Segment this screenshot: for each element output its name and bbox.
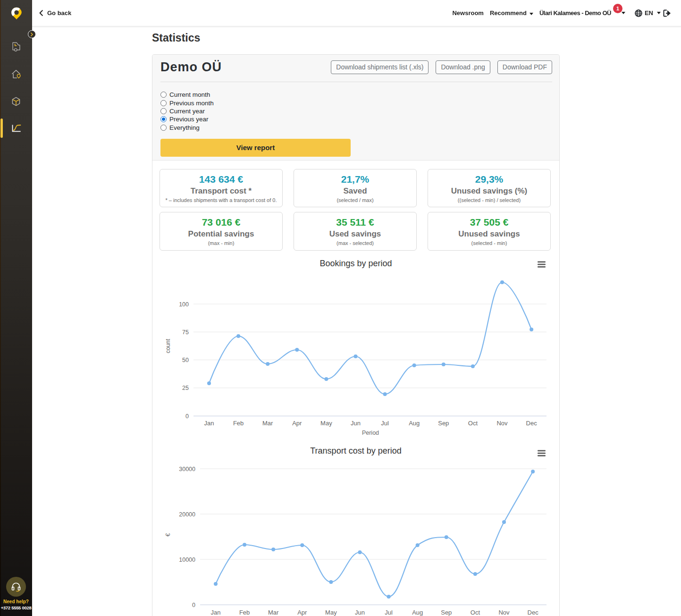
svg-text:Sep: Sep [441, 609, 452, 616]
svg-text:Jun: Jun [351, 420, 361, 427]
svg-text:Aug: Aug [412, 609, 423, 616]
svg-text:0: 0 [192, 601, 195, 608]
svg-text:50: 50 [182, 357, 189, 363]
svg-text:Oct: Oct [468, 420, 478, 427]
svg-text:Jul: Jul [385, 609, 393, 616]
svg-text:Mar: Mar [268, 609, 279, 616]
svg-text:Jul: Jul [381, 420, 389, 427]
svg-text:€: € [165, 533, 171, 536]
svg-text:Period: Period [362, 430, 379, 436]
svg-text:10000: 10000 [179, 556, 195, 563]
svg-text:30000: 30000 [179, 465, 195, 472]
svg-text:Jan: Jan [204, 420, 214, 427]
svg-text:25: 25 [182, 385, 189, 391]
svg-text:Dec: Dec [528, 609, 539, 616]
svg-text:Apr: Apr [297, 609, 307, 616]
svg-text:20000: 20000 [179, 511, 195, 517]
svg-text:Apr: Apr [292, 420, 302, 427]
svg-text:100: 100 [179, 301, 189, 307]
svg-text:Feb: Feb [233, 420, 244, 427]
svg-text:Sep: Sep [438, 420, 449, 427]
svg-text:Transport cost by period: Transport cost by period [310, 446, 401, 456]
svg-text:Aug: Aug [409, 420, 420, 427]
svg-text:75: 75 [182, 329, 189, 335]
svg-text:0: 0 [185, 413, 189, 419]
svg-text:Dec: Dec [526, 420, 538, 427]
svg-text:Jan: Jan [211, 609, 221, 616]
svg-text:May: May [325, 609, 337, 616]
svg-text:Nov: Nov [496, 420, 508, 427]
svg-text:May: May [320, 420, 332, 427]
svg-text:Bookings by period: Bookings by period [319, 259, 392, 268]
svg-text:Feb: Feb [239, 609, 250, 616]
svg-text:Mar: Mar [262, 420, 273, 427]
svg-text:count: count [165, 338, 171, 353]
svg-text:Jun: Jun [355, 609, 365, 616]
svg-text:Nov: Nov [498, 609, 510, 616]
svg-text:Oct: Oct [471, 609, 480, 616]
